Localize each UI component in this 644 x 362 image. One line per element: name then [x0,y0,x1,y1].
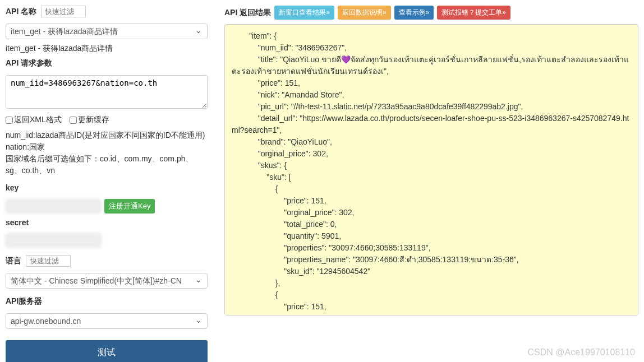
key-label: key [6,183,19,192]
register-key-button[interactable]: 注册开通Key [104,199,155,214]
test-button[interactable]: 测试 [6,340,208,362]
request-params-label: API 请求参数 [6,58,52,68]
secret-label: secret [6,218,29,227]
json-result[interactable]: "item": { "num_iid": "3486963267", "titl… [224,24,638,315]
new-window-button[interactable]: 新窗口查看结果» [274,6,334,20]
checkbox-cache-input[interactable] [70,117,77,124]
params-hint: num_iid:lazada商品ID(是对应国家不同国家的ID不能通用) nat… [6,129,208,177]
example-button[interactable]: 查看示例» [394,6,434,20]
api-name-select[interactable]: item_get - 获得lazada商品详情 [6,24,208,39]
lang-label: 语言 [6,256,21,266]
result-label: API 返回结果 [224,8,271,18]
api-name-filter[interactable] [41,6,86,17]
report-button[interactable]: 测试报错？提交工单» [437,6,510,20]
lang-filter[interactable] [26,255,71,267]
checkbox-cache[interactable]: 更新缓存 [70,115,109,124]
server-select[interactable]: api-gw.onebound.cn [6,313,208,329]
checkbox-cache-label-text: 更新缓存 [78,115,109,124]
checkbox-xml[interactable]: 返回XML格式 [6,115,62,124]
key-input[interactable] [6,199,101,213]
checkbox-xml-label-text: 返回XML格式 [14,115,62,124]
lang-select[interactable]: 简体中文 - Chinese Simplified(中文[简体])#zh-CN [6,273,208,289]
api-name-help: item_get - 获得lazada商品详情 [6,44,208,54]
explain-button[interactable]: 返回数据说明» [338,6,391,20]
api-name-label: API 名称 [6,7,36,17]
server-label: API服务器 [6,296,42,307]
checkbox-xml-input[interactable] [6,117,13,124]
secret-input[interactable] [6,234,101,247]
request-params-input[interactable] [6,75,208,109]
watermark: CSDN @Ace19970108110 [528,347,635,358]
